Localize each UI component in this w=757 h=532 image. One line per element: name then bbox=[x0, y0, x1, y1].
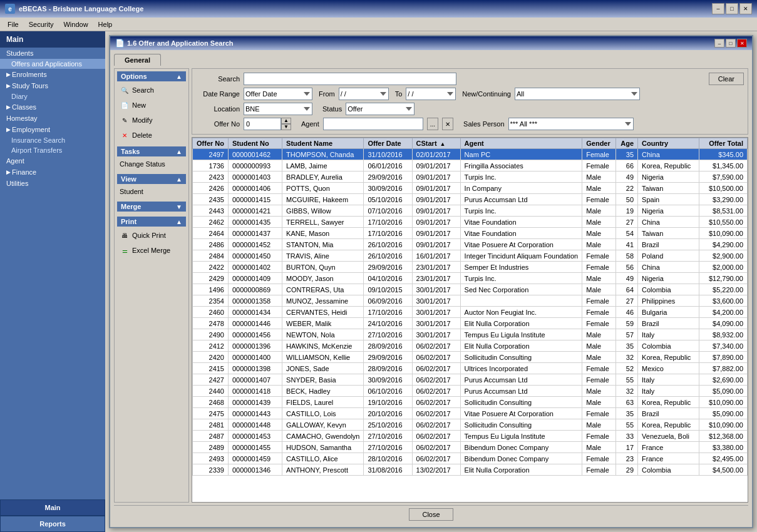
tab-general[interactable]: General bbox=[114, 54, 161, 66]
maximize-button[interactable]: □ bbox=[726, 3, 738, 14]
sidebar-item-airport-transfers[interactable]: Airport Transfers bbox=[0, 145, 105, 155]
table-row[interactable]: 2468 0000001439 FIELDS, Laurel 19/10/201… bbox=[193, 397, 748, 408]
data-table-container[interactable]: Offer No Student No Student Name Offer D… bbox=[192, 137, 748, 503]
table-row[interactable]: 2478 0000001446 WEBER, Malik 24/10/2016 … bbox=[193, 318, 748, 329]
dialog-minimize-button[interactable]: – bbox=[714, 39, 724, 48]
table-row[interactable]: 2462 0000001435 TERRELL, Sawyer 17/10/20… bbox=[193, 217, 748, 228]
table-row[interactable]: 2484 0000001450 TRAVIS, Aline 26/10/2016… bbox=[193, 250, 748, 262]
table-row[interactable]: 2443 0000001421 GIBBS, Willow 07/10/2016… bbox=[193, 205, 748, 217]
sidebar-item-finance[interactable]: ▶ Finance bbox=[0, 166, 105, 178]
options-collapse-arrow[interactable]: ▲ bbox=[176, 73, 182, 80]
date-range-select[interactable]: Offer Date Start Date End Date bbox=[244, 88, 312, 100]
table-row[interactable]: 2435 0000001415 MCGUIRE, Hakeem 05/10/20… bbox=[193, 194, 748, 205]
close-button[interactable]: Close bbox=[409, 508, 453, 521]
new-continuing-select[interactable]: All New Continuing bbox=[515, 88, 640, 100]
to-date-select[interactable]: / / bbox=[406, 88, 456, 100]
sales-person-select[interactable]: *** All *** bbox=[508, 118, 634, 130]
quick-print-item[interactable]: 🖶 Quick Print bbox=[117, 229, 186, 242]
agent-input[interactable] bbox=[323, 118, 423, 130]
table-row[interactable]: 2427 0000001407 SNYDER, Basia 30/09/2016… bbox=[193, 374, 748, 386]
table-row[interactable]: 2415 0000001398 JONES, Sade 28/09/2016 0… bbox=[193, 363, 748, 374]
table-row[interactable]: 2464 0000001437 KANE, Mason 17/10/2016 0… bbox=[193, 228, 748, 239]
dialog-close-button[interactable]: ✕ bbox=[737, 39, 747, 48]
sidebar-item-insurance-search[interactable]: Insurance Search bbox=[0, 135, 105, 145]
table-row[interactable]: 2493 0000001459 CASTILLO, Alice 28/10/20… bbox=[193, 453, 748, 464]
sidebar-item-diary[interactable]: Diary bbox=[0, 91, 105, 101]
dialog-maximize-button[interactable]: □ bbox=[726, 39, 736, 48]
options-new-item[interactable]: 📄 New bbox=[117, 99, 186, 111]
table-row[interactable]: 2460 0000001434 CERVANTES, Heidi 17/10/2… bbox=[193, 307, 748, 318]
agent-browse-button[interactable]: ... bbox=[427, 118, 438, 130]
cell-age: 49 bbox=[616, 273, 638, 284]
col-header-gender[interactable]: Gender bbox=[582, 138, 616, 149]
options-delete-item[interactable]: ✕ Delete bbox=[117, 129, 186, 141]
col-header-age[interactable]: Age bbox=[616, 138, 638, 149]
menu-help[interactable]: Help bbox=[93, 19, 118, 29]
sidebar-item-utilities[interactable]: Utilities bbox=[0, 178, 105, 189]
cell-offer-total: $4,500.00 bbox=[699, 464, 747, 476]
col-header-student-name[interactable]: Student Name bbox=[282, 138, 364, 149]
table-row[interactable]: 2481 0000001448 GALLOWAY, Kevyn 25/10/20… bbox=[193, 419, 748, 431]
search-input[interactable] bbox=[244, 73, 456, 85]
options-modify-item[interactable]: ✎ Modify bbox=[117, 114, 186, 126]
table-row[interactable]: 2412 0000001396 HAWKINS, McKenzie 28/09/… bbox=[193, 340, 748, 352]
sidebar-item-enrolments[interactable]: ▶ Enrolments bbox=[0, 69, 105, 80]
table-row[interactable]: 2487 0000001453 CAMACHO, Gwendolyn 27/10… bbox=[193, 431, 748, 442]
clear-button[interactable]: Clear bbox=[709, 73, 744, 85]
menu-window[interactable]: Window bbox=[58, 19, 93, 29]
offer-no-input[interactable] bbox=[244, 118, 281, 130]
from-date-select[interactable]: / / bbox=[339, 88, 389, 100]
table-row[interactable]: 2475 0000001443 CASTILLO, Lois 20/10/201… bbox=[193, 408, 748, 419]
table-row[interactable]: 2489 0000001455 HUDSON, Samantha 27/10/2… bbox=[193, 442, 748, 453]
sidebar-item-agent[interactable]: Agent bbox=[0, 155, 105, 166]
merge-collapse-arrow[interactable]: ▼ bbox=[176, 203, 182, 210]
close-app-button[interactable]: ✕ bbox=[739, 3, 752, 14]
agent-clear-button[interactable]: ✕ bbox=[442, 118, 453, 130]
col-header-agent[interactable]: Agent bbox=[460, 138, 582, 149]
sidebar-item-study-tours[interactable]: ▶ Study Tours bbox=[0, 80, 105, 91]
table-row[interactable]: 2339 0000001346 ANTHONY, Prescott 31/08/… bbox=[193, 464, 748, 476]
minimize-button[interactable]: – bbox=[712, 3, 724, 14]
col-header-offer-date[interactable]: Offer Date bbox=[364, 138, 412, 149]
sidebar-item-classes[interactable]: ▶ Classes bbox=[0, 101, 105, 113]
location-select[interactable]: BNE bbox=[244, 103, 312, 115]
change-status-item[interactable]: Change Status bbox=[117, 159, 186, 169]
col-header-cstart[interactable]: CStart ▲ bbox=[412, 138, 460, 149]
student-view-item[interactable]: Student bbox=[117, 187, 186, 197]
print-collapse-arrow[interactable]: ▲ bbox=[176, 218, 182, 225]
table-row[interactable]: 2426 0000001406 POTTS, Quon 30/09/2016 0… bbox=[193, 183, 748, 194]
col-header-country[interactable]: Country bbox=[638, 138, 699, 149]
table-row[interactable]: 2440 0000001418 BECK, Hadley 06/10/2016 … bbox=[193, 386, 748, 397]
table-row[interactable]: 2420 0000001400 WILLIAMSON, Kellie 29/09… bbox=[193, 352, 748, 363]
spinner-down-button[interactable]: ▼ bbox=[281, 124, 291, 130]
excel-merge-item[interactable]: ⚌ Excel Merge bbox=[117, 244, 186, 257]
cell-offer-no: 2460 bbox=[193, 307, 229, 318]
table-row[interactable]: 1736 0000000993 LAMB, Jaime 06/01/2016 0… bbox=[193, 160, 748, 171]
table-row[interactable]: 2423 0000001403 BRADLEY, Aurelia 29/09/2… bbox=[193, 171, 748, 183]
options-search-item[interactable]: 🔍 Search bbox=[117, 84, 186, 96]
sidebar-item-offers-applications[interactable]: Offers and Applications bbox=[0, 59, 105, 69]
col-header-offer-total[interactable]: Offer Total bbox=[699, 138, 747, 149]
sidebar-item-homestay[interactable]: Homestay bbox=[0, 113, 105, 124]
menu-file[interactable]: File bbox=[3, 19, 24, 29]
table-row[interactable]: 2422 0000001402 BURTON, Quyn 29/09/2016 … bbox=[193, 262, 748, 273]
table-row[interactable]: 2490 0000001456 NEWTON, Nola 27/10/2016 … bbox=[193, 329, 748, 340]
menu-security[interactable]: Security bbox=[24, 19, 59, 29]
main-nav-button[interactable]: Main bbox=[0, 499, 105, 516]
view-collapse-arrow[interactable]: ▲ bbox=[176, 176, 182, 183]
cell-student-name: CASTILLO, Alice bbox=[282, 453, 364, 464]
table-row[interactable]: 2497 0000001462 THOMPSON, Chanda 31/10/2… bbox=[193, 149, 748, 160]
delete-icon: ✕ bbox=[120, 130, 130, 140]
reports-nav-button[interactable]: Reports bbox=[0, 516, 105, 532]
col-header-student-no[interactable]: Student No bbox=[229, 138, 282, 149]
table-row[interactable]: 1496 0000000869 CONTRERAS, Uta 09/10/201… bbox=[193, 284, 748, 295]
table-row[interactable]: 2486 0000001452 STANTON, Mia 26/10/2016 … bbox=[193, 239, 748, 250]
table-row[interactable]: 2429 0000001409 MOODY, Jason 04/10/2016 … bbox=[193, 273, 748, 284]
table-row[interactable]: 2354 0000001358 MUNOZ, Jessamine 06/09/2… bbox=[193, 295, 748, 307]
spinner-up-button[interactable]: ▲ bbox=[281, 118, 291, 124]
sidebar-item-students[interactable]: Students bbox=[0, 48, 105, 59]
tasks-collapse-arrow[interactable]: ▲ bbox=[176, 148, 182, 155]
col-header-offer-no[interactable]: Offer No bbox=[193, 138, 229, 149]
sidebar-item-employment[interactable]: ▶ Employment bbox=[0, 124, 105, 135]
status-select[interactable]: Offer All Active Cancelled bbox=[346, 103, 415, 115]
